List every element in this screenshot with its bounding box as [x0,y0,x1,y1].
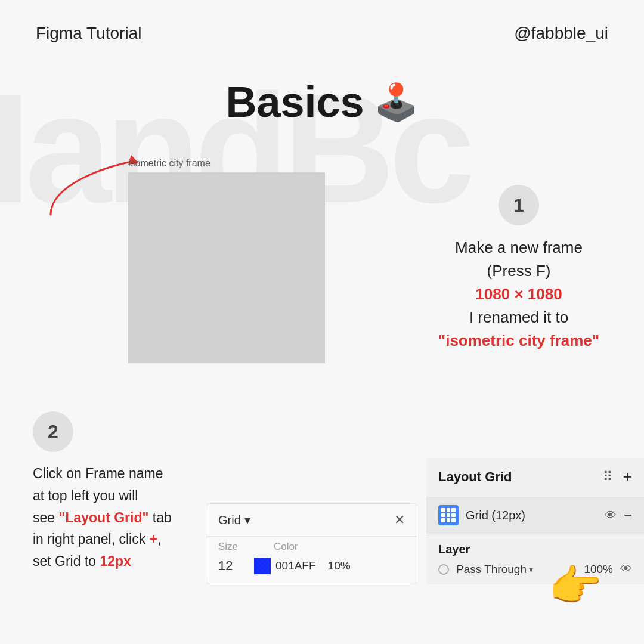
remove-grid-button[interactable]: − [624,507,632,524]
grid-dot [451,518,456,522]
grid-dot [451,513,456,518]
header-title: Figma Tutorial [36,24,141,43]
layer-visibility-icon[interactable]: 👁 [620,562,632,576]
step2-text: Click on Frame name at top left you will… [33,463,188,572]
grid-type-dropdown[interactable]: Grid ▾ [218,513,250,527]
close-icon[interactable]: ✕ [394,512,405,528]
layout-grid-panel: Layout Grid ⠿ + Grid (12px) 👁 − Layer Pa… [426,458,644,584]
layer-title: Layer [438,543,632,556]
step2-highlight3: 12px [100,553,131,569]
grid-blue-icon [438,505,459,525]
grid-dot [441,513,445,518]
col-labels: Size Color [206,537,417,553]
grid-panel-icons: ⠿ + [603,467,632,486]
frame-box [128,172,325,363]
size-label: Size [218,541,238,553]
step2-line5: in right panel, click [33,531,150,547]
layer-circle-icon [438,564,449,575]
grid-dot [451,508,456,512]
grid-dot [447,513,451,518]
grid-dot [441,508,445,512]
layer-row: Pass Through ▾ 100% 👁 [438,562,632,576]
grid-settings-header: Grid ▾ ✕ [206,504,417,537]
step2-line2: at top left you will [33,488,138,503]
step2-line7: set Grid to [33,553,100,569]
step2-circle: 2 [33,411,73,452]
add-grid-button[interactable]: + [623,467,632,486]
layer-section: Layer Pass Through ▾ 100% 👁 [426,535,644,584]
layer-chevron-icon: ▾ [529,565,533,574]
layout-grid-header: Layout Grid ⠿ + [426,458,644,496]
size-value: 12 [218,558,242,574]
grid-item-row: Grid (12px) 👁 − [426,497,644,534]
step1-dimensions: 644 × 644 [475,285,562,303]
step2-line6: , [157,531,161,547]
color-swatch-container[interactable]: 001AFF [254,558,316,574]
step1-line2: (Press F) [487,262,551,280]
step2-line3: see [33,510,58,525]
grid-item-label: Grid (12px) [466,509,597,522]
color-hex: 001AFF [275,559,316,572]
step2-line4: tab [148,510,171,525]
main-heading-text: Basics [225,78,364,126]
color-label: Color [274,541,298,553]
grid-chevron-icon: ▾ [244,513,250,527]
step2-container: 2 Click on Frame name at top left you wi… [33,411,188,572]
grid-visibility-icon[interactable]: 👁 [605,509,617,522]
hand-emoji: 👉 [549,561,602,611]
step1-line1: Make a new frame [455,239,583,256]
frame-area: isometric city frame [33,158,325,363]
color-swatch-inner [254,558,271,574]
step1-container: 1 Make a new frame (Press F) 644 × 644… [429,185,608,352]
color-opacity: 10% [328,559,351,572]
step2-line1: Click on Frame name [33,466,163,481]
step1-circle: 1 [499,185,539,225]
header-handle: @fabbble_ui [514,24,608,43]
step1-text: Make a new frame (Press F) 644 × 644 I… [429,236,608,352]
pass-through-label: Pass Through [456,563,527,576]
step1-frame-name: "isometric city frame" [438,332,599,349]
header: Figma Tutorial @fabbble_ui [0,24,644,43]
layout-grid-title: Layout Grid [438,469,512,485]
grid-type-label: Grid [218,513,241,527]
joystick-emoji: 🕹️ [374,81,419,123]
main-heading-container: Basics 🕹️ [225,78,418,126]
col-values: 12 001AFF 10% [206,553,417,584]
frame-label: isometric city frame [128,158,325,169]
color-swatch [254,558,271,574]
grid-dot [447,508,451,512]
step2-highlight1: "Layout Grid" [58,510,148,525]
grid-dot [447,518,451,522]
step1-line3: I renamed it to [469,308,568,326]
grid-settings-panel: Grid ▾ ✕ Size Color 12 001AFF 10% [206,503,417,584]
grid-dot [441,518,445,522]
step2-highlight2: + [150,531,157,547]
grid-dots-icon[interactable]: ⠿ [603,469,612,485]
